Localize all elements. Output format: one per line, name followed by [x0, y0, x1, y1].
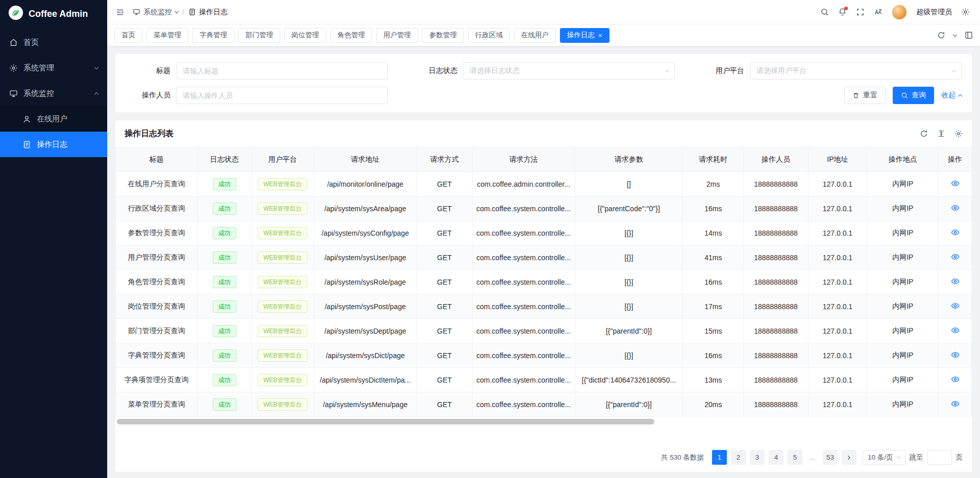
table-row: 字典管理分页查询成功WEB管理后台/api/system/sysDict/pag… — [116, 343, 972, 368]
tab-0[interactable]: 首页 — [114, 28, 142, 43]
fullscreen-icon[interactable] — [856, 8, 865, 16]
tab-5[interactable]: 角色管理 — [330, 28, 372, 43]
page-button-1[interactable]: 1 — [712, 450, 727, 465]
cell-handler: com.coffee.admin.controller... — [472, 172, 575, 196]
sidebar-item-system-management[interactable]: 系统管理 — [0, 55, 107, 81]
page-content: 标题 日志状态 请选择日志状态 用户平台 请选择用户平台 — [107, 46, 980, 478]
page-button-4[interactable]: 4 — [769, 450, 783, 465]
cell-title: 菜单管理分页查询 — [116, 392, 198, 417]
notification-bell-icon[interactable] — [838, 8, 847, 16]
cell-operator: 18888888888 — [744, 172, 808, 196]
table-row: 角色管理分页查询成功WEB管理后台/api/system/sysRole/pag… — [116, 270, 972, 294]
view-detail-eye-icon[interactable] — [951, 204, 960, 212]
view-detail-eye-icon[interactable] — [951, 253, 960, 261]
next-page-button[interactable] — [842, 450, 856, 465]
collapse-filter-link[interactable]: 收起 — [941, 91, 962, 100]
reset-button[interactable]: 重置 — [844, 87, 886, 104]
chevron-down-icon[interactable] — [953, 32, 957, 36]
page-button-53[interactable]: 53 — [823, 450, 838, 465]
settings-gear-icon[interactable] — [961, 8, 970, 16]
tab-7[interactable]: 参数管理 — [422, 28, 464, 43]
cell-method: GET — [416, 196, 472, 221]
tab-label: 行政区域 — [475, 31, 503, 40]
tab-3[interactable]: 部门管理 — [238, 28, 280, 43]
row-density-icon[interactable] — [937, 130, 945, 138]
tab-close-icon[interactable]: × — [598, 32, 602, 39]
tab-8[interactable]: 行政区域 — [468, 28, 510, 43]
log-status-select[interactable]: 请选择日志状态 — [463, 62, 675, 80]
view-detail-eye-icon[interactable] — [951, 350, 960, 359]
sidebar-item-label: 在线用户 — [37, 114, 67, 124]
app-logo[interactable]: Coffee Admin — [0, 0, 107, 28]
tab-10[interactable]: 操作日志× — [560, 28, 609, 43]
cell-url: /api/system/sysRole/page — [314, 270, 416, 294]
tab-2[interactable]: 字典管理 — [192, 28, 234, 43]
column-header: 操作人员 — [744, 147, 808, 172]
page-button-2[interactable]: 2 — [731, 450, 746, 465]
view-detail-eye-icon[interactable] — [951, 228, 960, 237]
sidebar-item-operation-log[interactable]: 操作日志 — [0, 132, 107, 157]
user-platform-select[interactable]: 请选择用户平台 — [750, 62, 962, 80]
tab-1[interactable]: 菜单管理 — [146, 28, 188, 43]
sidebar-item-home[interactable]: 首页 — [0, 30, 107, 55]
coffee-leaf-logo-icon — [8, 5, 23, 22]
cell-status: 成功 — [198, 368, 252, 392]
chevron-up-icon — [94, 92, 99, 96]
tab-label: 部门管理 — [246, 31, 273, 40]
refresh-icon[interactable] — [937, 31, 945, 39]
cell-url: /api/monitor/online/page — [314, 172, 416, 196]
view-detail-eye-icon[interactable] — [951, 179, 960, 188]
cell-actions — [939, 294, 972, 319]
cell-handler: com.coffee.system.controlle... — [472, 343, 575, 368]
search-icon[interactable] — [820, 8, 829, 16]
filter-field-status: 日志状态 请选择日志状态 — [412, 62, 675, 80]
status-badge: 成功 — [213, 398, 236, 411]
main-area: 系统监控 / 操作日志 超级管理员 — [107, 0, 980, 478]
status-badge: 成功 — [213, 251, 236, 264]
view-detail-eye-icon[interactable] — [951, 277, 960, 286]
cell-platform: WEB管理后台 — [251, 392, 314, 417]
view-detail-eye-icon[interactable] — [951, 301, 960, 310]
cell-operator: 18888888888 — [744, 196, 808, 221]
platform-badge: WEB管理后台 — [258, 251, 307, 264]
layout-expand-icon[interactable] — [965, 31, 973, 39]
jump-page-input[interactable] — [927, 450, 952, 465]
breadcrumb-parent[interactable]: 系统监控 — [133, 8, 178, 17]
user-avatar[interactable] — [892, 5, 907, 20]
cell-duration: 17ms — [683, 294, 744, 319]
platform-badge: WEB管理后台 — [258, 398, 307, 411]
cell-handler: com.coffee.system.controlle... — [472, 270, 575, 294]
tab-6[interactable]: 用户管理 — [376, 28, 418, 43]
cell-duration: 13ms — [683, 368, 744, 392]
page-button-3[interactable]: 3 — [750, 450, 765, 465]
page-size-select[interactable]: 10 条/页 — [863, 450, 905, 465]
tab-9[interactable]: 在线用户 — [514, 28, 556, 43]
cell-duration: 14ms — [683, 221, 744, 245]
collapse-sidebar-icon[interactable] — [115, 8, 125, 17]
refresh-icon[interactable] — [920, 130, 928, 138]
translate-icon[interactable] — [874, 8, 883, 16]
tab-label: 操作日志 — [567, 31, 595, 40]
cell-ip: 127.0.0.1 — [808, 245, 867, 270]
home-icon — [9, 38, 18, 47]
platform-badge: WEB管理后台 — [258, 178, 307, 190]
sidebar-item-system-monitor[interactable]: 系统监控 — [0, 81, 107, 106]
view-detail-eye-icon[interactable] — [951, 375, 960, 384]
cell-url: /api/system/sysPost/page — [314, 294, 416, 319]
search-button[interactable]: 查询 — [893, 87, 934, 104]
tab-4[interactable]: 岗位管理 — [284, 28, 326, 43]
view-detail-eye-icon[interactable] — [951, 326, 960, 335]
sidebar-item-online-users[interactable]: 在线用户 — [0, 106, 107, 132]
title-input[interactable] — [177, 62, 388, 80]
cell-duration: 2ms — [683, 172, 744, 196]
operator-input[interactable] — [177, 87, 388, 104]
table-row: 部门管理分页查询成功WEB管理后台/api/system/sysDept/pag… — [116, 319, 972, 343]
cell-status: 成功 — [198, 172, 252, 196]
horizontal-scrollbar-thumb[interactable] — [117, 419, 654, 424]
view-detail-eye-icon[interactable] — [951, 399, 960, 408]
page-button-5[interactable]: 5 — [788, 450, 802, 465]
filter-field-operator: 操作人员 — [126, 87, 388, 104]
chevron-down-icon — [896, 455, 900, 459]
column-settings-gear-icon[interactable] — [954, 130, 963, 138]
status-badge: 成功 — [213, 203, 236, 215]
